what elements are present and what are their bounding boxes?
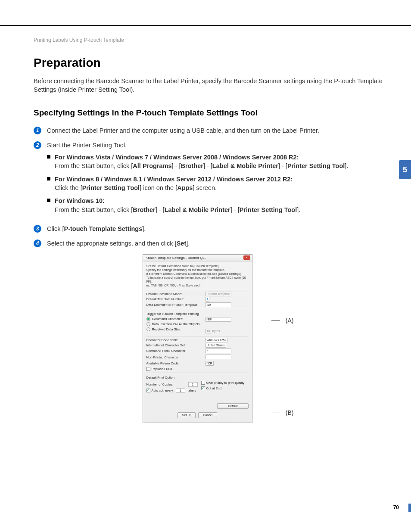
copies-label: Number of Copies: xyxy=(146,383,174,386)
default-command-mode-select[interactable]: P-touch Template xyxy=(206,292,231,296)
radio-data-insertion[interactable]: Data Insertion into All the Objects xyxy=(146,322,202,326)
page-number: 70 xyxy=(393,504,399,510)
dialog-title: P-touch Template Settings - Brother QL- xyxy=(145,256,206,260)
step-3: 3 Click [P-touch Template Settings]. xyxy=(34,224,383,233)
default-template-number-spinner[interactable]: 1 xyxy=(206,297,210,302)
checkbox-icon xyxy=(146,389,150,392)
sub-item-win8: For Windows 8 / Windows 8.1 / Windows Se… xyxy=(47,175,383,193)
square-bullet-icon xyxy=(47,199,50,202)
sub-head: For Windows 10: xyxy=(55,197,105,204)
step-1: 1 Connect the Label Printer and the comp… xyxy=(34,126,383,135)
checkbox-icon xyxy=(146,367,150,371)
sub-item-win10: For Windows 10: From the Start button, c… xyxy=(47,196,383,214)
dialog-help-text: Set the Default Command Mode to [P-touch… xyxy=(146,264,249,287)
sub-head: For Windows Vista / Windows 7 / Windows … xyxy=(55,154,299,161)
divider xyxy=(146,373,249,373)
nonprinted-input[interactable] xyxy=(206,355,231,359)
default-print-option-label: Default Print Option xyxy=(146,376,249,380)
step-number-badge: 2 xyxy=(34,141,41,149)
step-number-badge: 1 xyxy=(34,127,41,134)
page-number-bar xyxy=(408,504,411,512)
divider xyxy=(146,309,249,309)
chevron-down-icon: ▾ xyxy=(189,414,191,417)
divider xyxy=(146,290,249,290)
prefix-label: Command Prefix Character: xyxy=(146,349,206,353)
avail-return-label: Available Return Code: xyxy=(146,361,206,365)
intro-text: Before connecting the Barcode Scanner to… xyxy=(34,77,383,94)
dialog-screenshot-wrap: (A) (B) P-touch Template Settings - Brot… xyxy=(143,254,274,423)
avail-return-select[interactable]: ^CR xyxy=(206,361,214,366)
square-bullet-icon xyxy=(47,155,50,159)
radio-command-character[interactable]: Command Character: xyxy=(146,317,202,321)
sub-body: From the Start button, click [Brother] -… xyxy=(55,206,300,213)
copies-spinner[interactable]: 1 xyxy=(188,382,198,387)
default-command-mode-label: Default Command Mode: xyxy=(146,292,206,296)
replace-fnc1-checkbox[interactable]: Replace FNC1 xyxy=(146,367,249,371)
priority-checkbox[interactable]: Give priority to print quality xyxy=(201,381,249,385)
sub-body: Click the [Printer Setting Tool] icon on… xyxy=(55,184,217,191)
set-button[interactable]: Set ▾ xyxy=(177,412,196,418)
default-template-number-label: Default Template Number: xyxy=(146,297,206,301)
autocut-spinner[interactable]: 1 xyxy=(176,388,185,393)
step-4-text: Select the appropriate settings, and the… xyxy=(47,239,383,248)
sub-head: For Windows 8 / Windows 8.1 / Windows Se… xyxy=(55,176,293,183)
prefix-input[interactable]: ^ xyxy=(206,348,231,353)
cutend-checkbox[interactable]: Cut at End xyxy=(201,386,249,390)
dialog-titlebar: P-touch Template Settings - Brother QL- … xyxy=(143,255,252,261)
nonprinted-label: Non-Printed Character: xyxy=(146,355,206,359)
checkbox-icon xyxy=(201,386,205,390)
data-delimiter-input[interactable]: \09 xyxy=(206,302,231,307)
callout-b: (B) xyxy=(286,409,294,416)
step-2-text: Start the Printer Setting Tool. xyxy=(47,141,383,149)
ptouch-settings-dialog: P-touch Template Settings - Brother QL- … xyxy=(143,254,252,423)
received-size-spinner[interactable]: 10 xyxy=(206,329,212,333)
side-chapter-tab: 5 xyxy=(399,160,411,179)
command-character-input[interactable]: ^FF xyxy=(206,317,231,322)
square-bullet-icon xyxy=(47,177,50,180)
radio-icon xyxy=(146,317,150,321)
radio-icon xyxy=(146,322,150,326)
char-code-select[interactable]: Windows 1252 xyxy=(206,338,228,342)
default-button[interactable]: Default xyxy=(217,403,248,409)
close-icon[interactable]: × xyxy=(243,255,250,260)
step-number-badge: 3 xyxy=(34,225,41,233)
sub-body: From the Start button, click [All Progra… xyxy=(55,162,348,169)
section-title: Specifying Settings in the P-touch Templ… xyxy=(34,108,383,118)
page-title: Preparation xyxy=(34,56,383,70)
breadcrumb: Printing Labels Using P-touch Template xyxy=(34,37,124,43)
step-4: 4 Select the appropriate settings, and t… xyxy=(34,239,383,248)
step-1-text: Connect the Label Printer and the comput… xyxy=(47,126,383,135)
char-code-label: Character Code Table: xyxy=(146,338,206,342)
data-delimiter-label: Data Delimiter for P-touch Template: xyxy=(146,303,206,307)
top-rule xyxy=(0,25,411,26)
step-2: 2 Start the Printer Setting Tool. For Wi… xyxy=(34,141,383,218)
step-number-badge: 4 xyxy=(34,240,41,247)
radio-icon xyxy=(146,327,150,331)
intl-charset-select[interactable]: United States xyxy=(206,343,226,348)
autocut-checkbox[interactable]: Auto cut: every 1 labels xyxy=(146,388,198,393)
checkbox-icon xyxy=(201,381,205,385)
trigger-group-label: Trigger for P-touch Template Printing xyxy=(146,312,249,316)
step-3-text: Click [P-touch Template Settings]. xyxy=(47,224,383,233)
sub-item-vista: For Windows Vista / Windows 7 / Windows … xyxy=(47,153,383,171)
radio-received-size[interactable]: Received Data Size: xyxy=(146,327,202,331)
divider xyxy=(146,336,249,336)
intl-charset-label: International Character Set: xyxy=(146,343,206,347)
cancel-button[interactable]: Cancel xyxy=(198,412,217,418)
callout-a: (A) xyxy=(286,317,294,324)
